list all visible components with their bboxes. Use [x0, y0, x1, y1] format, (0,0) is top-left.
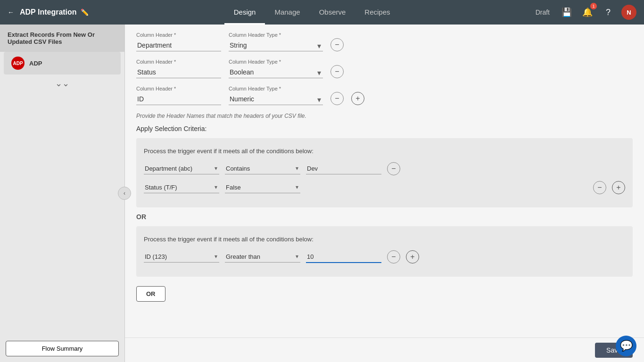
- edit-title-icon[interactable]: ✏️: [81, 8, 89, 16]
- save-icon[interactable]: 💾: [559, 5, 574, 20]
- condition-field-select-1-1[interactable]: Department (abc) Status (T/F) ID (123): [144, 163, 219, 174]
- or-separator-label: OR: [136, 213, 633, 221]
- sidebar-recipe-adp[interactable]: ADP ADP: [4, 52, 121, 74]
- column-type-select-1[interactable]: String Boolean Numeric Date: [229, 40, 323, 51]
- main-layout: Extract Records From New Or Updated CSV …: [0, 25, 644, 362]
- chat-icon: 💬: [620, 340, 633, 352]
- condition-row-2-1: Department (abc) Status (T/F) ID (123) G…: [144, 250, 625, 263]
- apply-selection-label: Apply Selection Criteria:: [136, 125, 633, 132]
- add-condition-1-button[interactable]: +: [612, 181, 625, 194]
- back-button[interactable]: ←: [8, 8, 14, 16]
- column-header-id-group: Column Header *: [136, 86, 221, 105]
- condition-field-wrapper-1-1: Department (abc) Status (T/F) ID (123): [144, 163, 219, 174]
- collapse-icon: ‹: [124, 190, 125, 197]
- column-type-label-1: Column Header Type *: [229, 32, 323, 38]
- condition-block-2: Process the trigger event if it meets al…: [136, 226, 633, 277]
- add-condition-2-button[interactable]: +: [406, 250, 419, 263]
- condition-operator-wrapper-1-1: Contains Does not contain Equals Not equ…: [225, 163, 300, 174]
- column-row-department: Column Header * Column Header Type * Str…: [136, 32, 633, 51]
- add-column-button[interactable]: +: [351, 92, 364, 105]
- column-row-status: Column Header * Column Header Type * Str…: [136, 59, 633, 78]
- condition-block-1: Process the trigger event if it meets al…: [136, 138, 633, 207]
- app-title: ADP Integration ✏️: [20, 8, 89, 16]
- condition-operator-select-2-1[interactable]: Greater than Less than Equals Not equals: [225, 251, 300, 263]
- column-header-status-group: Column Header *: [136, 59, 221, 78]
- chat-bubble-button[interactable]: 💬: [616, 336, 636, 356]
- nav-icons: 💾 🔔 1 ? N: [559, 5, 636, 20]
- tab-observe[interactable]: Observe: [310, 0, 355, 25]
- column-type-label-2: Column Header Type *: [229, 59, 323, 65]
- condition-operator-wrapper-1-2: True False: [225, 182, 300, 193]
- column-type-select-wrapper-1: String Boolean Numeric Date: [229, 40, 323, 51]
- condition-operator-select-1-2[interactable]: True False: [225, 182, 300, 193]
- notification-badge: 1: [590, 3, 597, 9]
- sidebar-expand-icon[interactable]: ⌄⌄: [0, 74, 124, 92]
- remove-column-2-button[interactable]: −: [330, 65, 344, 78]
- recipe-name: ADP: [29, 60, 42, 67]
- remove-condition-1-2-button[interactable]: −: [593, 181, 606, 194]
- sidebar-collapse-button[interactable]: ‹: [118, 187, 131, 200]
- column-type-department-group: Column Header Type * String Boolean Nume…: [229, 32, 323, 51]
- remove-condition-2-1-button[interactable]: −: [387, 250, 400, 263]
- column-header-input-2[interactable]: [136, 66, 221, 78]
- column-type-status-group: Column Header Type * String Boolean Nume…: [229, 59, 323, 78]
- column-header-department-group: Column Header *: [136, 32, 221, 51]
- sidebar: Extract Records From New Or Updated CSV …: [0, 25, 125, 362]
- column-header-input-1[interactable]: [136, 40, 221, 51]
- tab-recipes[interactable]: Recipes: [355, 0, 399, 25]
- condition-field-select-2-1[interactable]: Department (abc) Status (T/F) ID (123): [144, 251, 219, 263]
- nav-tabs: Design Manage Observe Recipes: [224, 0, 400, 25]
- column-header-label-3: Column Header *: [136, 86, 221, 91]
- column-row-id: Column Header * Column Header Type * Str…: [136, 86, 633, 105]
- content-area: Column Header * Column Header Type * Str…: [125, 25, 644, 362]
- notifications-icon[interactable]: 🔔 1: [580, 5, 595, 20]
- condition-value-input-2-1[interactable]: [306, 251, 381, 263]
- remove-column-3-button[interactable]: −: [330, 92, 344, 105]
- condition-block-1-header: Process the trigger event if it meets al…: [144, 148, 625, 155]
- column-header-input-3[interactable]: [136, 93, 221, 105]
- column-type-select-2[interactable]: String Boolean Numeric Date: [229, 66, 323, 78]
- condition-operator-select-1-1[interactable]: Contains Does not contain Equals Not equ…: [225, 163, 300, 174]
- condition-block-2-header: Process the trigger event if it meets al…: [144, 236, 625, 243]
- back-arrow-icon: ←: [8, 8, 14, 16]
- sidebar-item-extract[interactable]: Extract Records From New Or Updated CSV …: [0, 25, 124, 52]
- column-header-label-2: Column Header *: [136, 59, 221, 65]
- column-type-id-group: Column Header Type * String Boolean Nume…: [229, 86, 323, 105]
- condition-row-1-2: Department (abc) Status (T/F) ID (123) T…: [144, 181, 625, 194]
- adp-logo: ADP: [11, 57, 25, 70]
- condition-field-wrapper-2-1: Department (abc) Status (T/F) ID (123): [144, 251, 219, 263]
- condition-value-input-1-1[interactable]: [306, 163, 381, 174]
- help-icon[interactable]: ?: [601, 5, 616, 20]
- remove-condition-1-1-button[interactable]: −: [387, 162, 400, 175]
- column-type-select-wrapper-2: String Boolean Numeric Date: [229, 66, 323, 78]
- flow-summary-button[interactable]: Flow Summary: [6, 341, 119, 356]
- avatar[interactable]: N: [621, 5, 636, 20]
- sidebar-bottom: Flow Summary: [0, 335, 124, 362]
- draft-status: Draft: [536, 8, 550, 16]
- hint-text: Provide the Header Names that match the …: [136, 113, 633, 119]
- column-header-label-1: Column Header *: [136, 32, 221, 38]
- top-navigation: ← ADP Integration ✏️ Design Manage Obser…: [0, 0, 644, 25]
- condition-field-wrapper-1-2: Department (abc) Status (T/F) ID (123): [144, 182, 219, 193]
- column-type-select-3[interactable]: String Boolean Numeric Date: [229, 93, 323, 105]
- tab-design[interactable]: Design: [224, 0, 265, 25]
- condition-row-1-1: Department (abc) Status (T/F) ID (123) C…: [144, 162, 625, 175]
- condition-field-select-1-2[interactable]: Department (abc) Status (T/F) ID (123): [144, 182, 219, 193]
- or-add-block-button[interactable]: OR: [136, 286, 165, 302]
- column-type-label-3: Column Header Type *: [229, 86, 323, 91]
- column-type-select-wrapper-3: String Boolean Numeric Date: [229, 93, 323, 105]
- tab-manage[interactable]: Manage: [265, 0, 309, 25]
- remove-column-1-button[interactable]: −: [330, 38, 344, 51]
- bottom-bar: Save: [125, 337, 644, 362]
- condition-operator-wrapper-2-1: Greater than Less than Equals Not equals: [225, 251, 300, 263]
